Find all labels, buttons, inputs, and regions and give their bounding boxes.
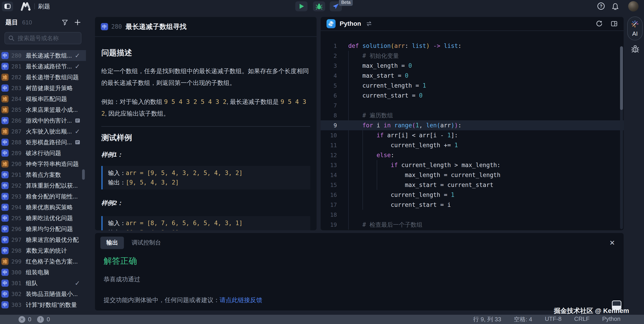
status-item[interactable]: CRLF bbox=[574, 316, 590, 323]
code-line-5[interactable]: 5 current_length = 1 bbox=[321, 81, 624, 91]
sidebar-item-290[interactable]: 难290神奇字符串构造问题 bbox=[0, 159, 86, 169]
line-number: 11 bbox=[321, 142, 337, 149]
sidebar-item-285[interactable]: 难285水果店果篮最小成... bbox=[0, 104, 86, 115]
sidebar-item-303[interactable]: 中303计算"好数组"的数量 bbox=[0, 299, 86, 310]
sidebar-item-281[interactable]: 中281最长递减路径节...✓ bbox=[0, 61, 86, 72]
code-line-13[interactable]: 13 if current_length > max_length: bbox=[321, 160, 624, 170]
output-tabs: 输出 调试控制台 ✕ bbox=[95, 233, 624, 249]
warnings-icon[interactable]: ! bbox=[37, 316, 44, 323]
tab-debug-console[interactable]: 调试控制台 bbox=[126, 237, 167, 249]
sidebar-item-291[interactable]: 中291禁着点方案数 bbox=[0, 169, 86, 180]
sidebar-toggle-button[interactable] bbox=[2, 1, 13, 11]
notifications-button[interactable] bbox=[612, 3, 619, 10]
code-line-6[interactable]: 6 current_start = 0 bbox=[321, 91, 624, 101]
sidebar-item-284[interactable]: 难284模板串匹配问题 bbox=[0, 93, 86, 104]
line-content: current_start = 0 bbox=[337, 92, 422, 99]
code-line-14[interactable]: 14 max_length = current_length bbox=[321, 170, 624, 180]
tab-output[interactable]: 输出 bbox=[100, 237, 124, 249]
code-line-8[interactable]: 8 # 遍历数组 bbox=[321, 110, 624, 120]
sidebar-item-280[interactable]: 中280最长递减子数组...✓ bbox=[0, 50, 86, 61]
sidebar-scrollbar[interactable] bbox=[82, 169, 85, 180]
problem-number: 282 bbox=[11, 74, 23, 81]
code-line-16[interactable]: 16 current_length = 1 bbox=[321, 190, 624, 200]
split-editor-button[interactable] bbox=[610, 20, 618, 27]
description-heading: 问题描述 bbox=[101, 48, 310, 58]
debug-button[interactable] bbox=[313, 1, 325, 11]
problem-title: 最长递增子数组问题 bbox=[26, 73, 83, 81]
switch-language-button[interactable] bbox=[366, 20, 372, 27]
sample-1-input: 输入：arr = [9, 5, 4, 3, 2, 5, 4, 3, 2] bbox=[108, 168, 305, 178]
status-item[interactable]: 行 9, 列 33 bbox=[473, 316, 501, 323]
sidebar-item-282[interactable]: 难282最长递增子数组问题 bbox=[0, 72, 86, 83]
run-button[interactable] bbox=[295, 1, 308, 11]
code-line-1[interactable]: 1def solution(arr: list) -> list: bbox=[321, 41, 624, 51]
code-line-10[interactable]: 10 if arr[i] < arr[i - 1]: bbox=[321, 130, 624, 140]
code-line-2[interactable]: 2 # 初始化变量 bbox=[321, 51, 624, 61]
errors-count: 0 bbox=[28, 316, 31, 323]
code-line-17[interactable]: 17 current_start = i bbox=[321, 200, 624, 210]
problem-count: 610 bbox=[22, 19, 56, 26]
sidebar-item-288[interactable]: 中288矩形棋盘路径问... bbox=[0, 137, 86, 148]
difficulty-badge: 难 bbox=[1, 106, 8, 113]
code-line-9[interactable]: 9 for i in range(1, len(arr)): bbox=[321, 120, 624, 130]
code-line-3[interactable]: 3 max_length = 0 bbox=[321, 61, 624, 71]
problem-title: 红色格子染色方案... bbox=[26, 258, 83, 266]
code-line-12[interactable]: 12 else: bbox=[321, 150, 624, 160]
sidebar-item-287[interactable]: 难287火车驶入驶出顺...✓ bbox=[0, 126, 86, 137]
split-editor-icon bbox=[610, 20, 618, 27]
status-item[interactable]: UTF-8 bbox=[545, 316, 562, 323]
sidebar-item-301[interactable]: 中301组队✓ bbox=[0, 278, 86, 289]
language-label: Python bbox=[340, 20, 361, 27]
sidebar-item-296[interactable]: 中296糖果均匀分配问题 bbox=[0, 223, 86, 234]
editor-header: Python bbox=[321, 17, 624, 31]
sidebar-item-283[interactable]: 中283树苗健康提升策略 bbox=[0, 83, 86, 93]
sidebar-item-292[interactable]: 中292算珠重新分配以获... bbox=[0, 180, 86, 191]
reset-code-button[interactable] bbox=[596, 20, 603, 27]
problem-title: 最长递减路径节... bbox=[26, 63, 75, 70]
sidebar-item-294[interactable]: 中294糖果优惠购买策略 bbox=[0, 202, 86, 213]
code-line-19[interactable]: 19 # 检查最后一个子数组 bbox=[321, 220, 624, 230]
difficulty-badge: 中 bbox=[1, 204, 8, 211]
sidebar-item-293[interactable]: 中293粮食分配的可能性... bbox=[0, 191, 86, 202]
search-input[interactable] bbox=[17, 34, 76, 42]
errors-icon[interactable]: ✕ bbox=[18, 316, 25, 323]
sidebar-item-302[interactable]: 中302装饰品丑陋值最小... bbox=[0, 289, 86, 299]
add-problem-button[interactable] bbox=[74, 19, 81, 26]
sidebar-item-299[interactable]: 难299红色格子染色方案... bbox=[0, 256, 86, 267]
editor-body[interactable]: 1def solution(arr: list) -> list:2 # 初始化… bbox=[321, 31, 624, 230]
code-line-7[interactable]: 7 bbox=[321, 101, 624, 110]
editor-scrollbar-thumb[interactable] bbox=[620, 46, 623, 110]
line-number: 3 bbox=[321, 63, 337, 69]
sidebar-item-295[interactable]: 中295糖果吃法优化问题 bbox=[0, 213, 86, 223]
filter-button[interactable] bbox=[62, 19, 68, 26]
problem-number: 293 bbox=[11, 193, 23, 200]
help-button[interactable]: ? bbox=[598, 2, 605, 10]
line-number: 18 bbox=[321, 212, 337, 218]
difficulty-badge: 中 bbox=[1, 225, 8, 233]
status-item[interactable]: 空格: 4 bbox=[514, 316, 532, 323]
report-bug-button[interactable] bbox=[631, 45, 640, 53]
ai-assistant-button[interactable]: AI bbox=[627, 16, 643, 40]
code-line-18[interactable]: 18 bbox=[321, 210, 624, 220]
status-item[interactable]: Python bbox=[602, 316, 620, 323]
feedback-link[interactable]: 请点此链接反馈 bbox=[220, 297, 262, 304]
difficulty-badge: 中 bbox=[1, 301, 8, 309]
sidebar-item-300[interactable]: 中300组装电脑 bbox=[0, 267, 86, 278]
close-output-button[interactable]: ✕ bbox=[606, 239, 618, 247]
user-avatar[interactable] bbox=[628, 1, 638, 11]
sidebar-item-297[interactable]: 中297糖果迷宫的最优分配 bbox=[0, 234, 86, 245]
sidebar-item-289[interactable]: 中289破冰行动问题 bbox=[0, 148, 86, 159]
code-line-11[interactable]: 11 current_length += 1 bbox=[321, 140, 624, 150]
problem-title: 算珠重新分配以获... bbox=[26, 182, 83, 190]
problem-title: 组队 bbox=[26, 279, 75, 287]
watermark: 掘金技术社区 @ Kennem bbox=[554, 306, 629, 316]
search-box[interactable] bbox=[4, 32, 82, 44]
code-line-15[interactable]: 15 max_start = current_start bbox=[321, 180, 624, 190]
sidebar-item-286[interactable]: 中286游戏中的伤害计... bbox=[0, 115, 86, 126]
app-logo-icon[interactable] bbox=[21, 2, 31, 11]
sidebar-item-298[interactable]: 中298素数元素的统计 bbox=[0, 245, 86, 256]
problem-title: 计算"好数组"的数量 bbox=[26, 301, 83, 309]
problem-number: 284 bbox=[11, 96, 23, 102]
note-icon bbox=[74, 118, 80, 124]
code-line-4[interactable]: 4 max_start = 0 bbox=[321, 71, 624, 81]
